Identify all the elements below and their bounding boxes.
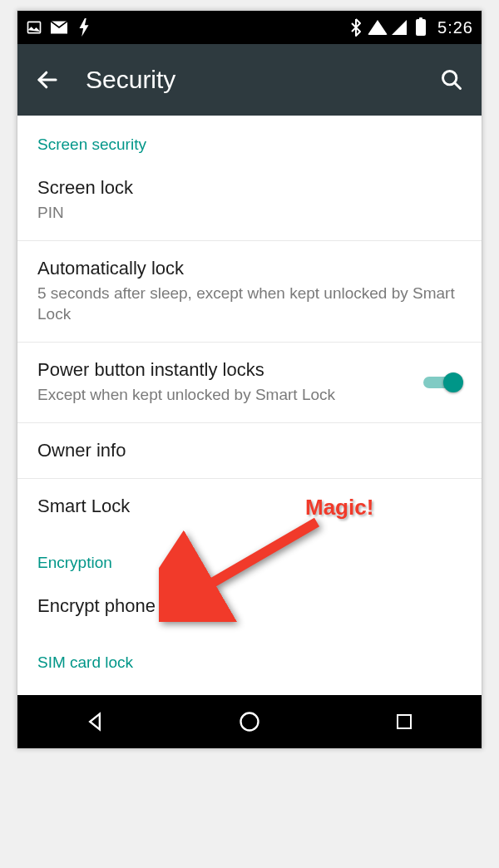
square-recent-icon	[394, 712, 414, 732]
status-right: 5:26	[348, 18, 473, 37]
section-header-sim-lock: SIM card lock	[17, 634, 482, 687]
signal-icon	[391, 19, 408, 36]
battery-icon	[413, 19, 429, 36]
row-encrypt-phone[interactable]: Encrypt phone	[17, 579, 482, 634]
mail-icon	[51, 19, 67, 36]
image-icon	[26, 19, 42, 36]
page-title: Security	[86, 66, 435, 94]
row-screen-lock[interactable]: Screen lock PIN	[17, 160, 482, 241]
svg-rect-5	[398, 715, 411, 728]
nav-back-button[interactable]	[70, 705, 120, 738]
nav-home-button[interactable]	[225, 705, 274, 738]
power-lock-toggle[interactable]	[423, 372, 462, 392]
bluetooth-icon	[348, 19, 364, 36]
back-button[interactable]	[31, 63, 64, 96]
circle-home-icon	[238, 710, 261, 733]
status-clock: 5:26	[437, 18, 473, 37]
row-title: Power button instantly locks	[37, 359, 423, 381]
triangle-back-icon	[83, 710, 106, 733]
row-smart-lock[interactable]: Smart Lock	[17, 479, 482, 534]
row-title: Automatically lock	[37, 258, 462, 279]
flash-icon	[76, 19, 92, 36]
settings-list: Screen security Screen lock PIN Automati…	[17, 116, 482, 695]
navigation-bar	[17, 695, 482, 748]
device-frame: 5:26 Security Screen security Screen loc…	[17, 10, 482, 749]
row-title: Smart Lock	[37, 496, 462, 517]
section-header-screen-security: Screen security	[17, 116, 482, 160]
row-owner-info[interactable]: Owner info	[17, 423, 482, 479]
svg-point-4	[241, 713, 259, 730]
row-subtitle: PIN	[37, 202, 462, 224]
row-title: Owner info	[37, 440, 462, 461]
section-header-encryption: Encryption	[17, 534, 482, 579]
row-subtitle: 5 seconds after sleep, except when kept …	[37, 283, 462, 325]
status-bar: 5:26	[17, 11, 482, 44]
arrow-left-icon	[35, 67, 60, 92]
app-bar: Security	[17, 44, 482, 116]
row-title: Encrypt phone	[37, 595, 462, 617]
annotation-label: Magic!	[305, 495, 373, 520]
row-subtitle: Except when kept unlocked by Smart Lock	[37, 384, 423, 406]
status-left	[26, 19, 92, 36]
search-button[interactable]	[435, 63, 468, 96]
nav-recent-button[interactable]	[379, 705, 429, 738]
row-automatically-lock[interactable]: Automatically lock 5 seconds after sleep…	[17, 241, 482, 343]
search-icon	[440, 68, 463, 91]
row-title: Screen lock	[37, 177, 462, 199]
row-power-button-locks[interactable]: Power button instantly locks Except when…	[17, 343, 482, 423]
wifi-icon	[369, 19, 386, 36]
